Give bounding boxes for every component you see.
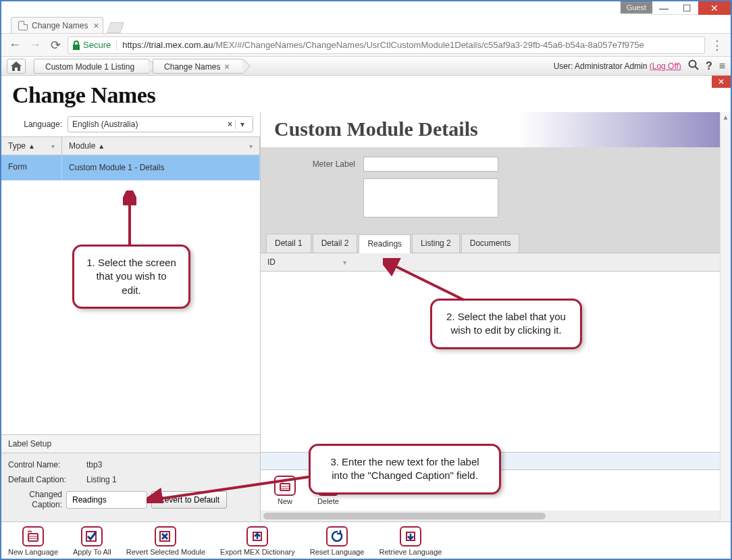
bottom-action-bar: New Language Apply To All Revert Selecte… [1,521,731,559]
column-type[interactable]: Type ▲▾ [1,137,62,155]
label-setup-title: Label Setup [1,435,260,453]
secure-indicator: Secure [72,40,111,50]
home-button[interactable] [7,59,26,74]
detail-tab[interactable]: Detail 1 [266,234,311,253]
apply-icon [81,526,103,546]
sort-asc-icon: ▲ [98,143,105,150]
new-tab-button[interactable] [107,22,124,33]
forward-button[interactable]: → [27,37,43,53]
page-title: Change Names [12,82,720,108]
meter-label-input[interactable] [363,157,498,172]
language-value: English (Australia) [72,120,138,129]
module-row-selected[interactable]: Form Custom Module 1 - Details [1,155,260,180]
url-path: /MEX/#/ChangeNames/ChangeNames/UsrCtlCus… [213,40,644,50]
chevron-down-icon[interactable]: ▾ [235,120,249,129]
revert-icon [155,526,176,546]
cell-module: Custom Module 1 - Details [62,155,260,180]
changed-caption-label: Changed Caption: [8,490,62,509]
detail-tab[interactable]: Readings [359,234,411,253]
browser-tab-title: Change Names [32,21,88,30]
reload-button[interactable]: ⟳ [47,37,63,53]
description-input[interactable] [363,178,498,218]
default-caption-value: Listing 1 [86,475,117,484]
address-bar: ← → ⟳ Secure https://trial.mex.com.au/ME… [1,34,731,57]
guest-badge: Guest [621,1,652,14]
callout-3: 3. Enter the new text for the label into… [309,444,501,494]
callout-1: 1. Select the screen that you wish to ed… [72,245,190,309]
reset-language-button[interactable]: Reset Language [310,526,365,556]
new-row-button[interactable]: New [270,476,300,505]
help-icon[interactable]: ? [706,60,712,72]
export-icon [246,526,268,546]
url-host: https://trial.mex.com.au [122,40,213,50]
detail-tab[interactable]: Detail 2 [313,234,358,253]
new-language-button[interactable]: New Language [8,526,58,556]
close-icon[interactable]: × [224,62,229,72]
changed-caption-input[interactable] [66,491,147,509]
search-icon[interactable] [688,59,699,73]
vertical-scrollbar[interactable]: ▲ [720,112,731,521]
breadcrumb-item[interactable]: Custom Module 1 Listing [34,59,149,74]
browser-tab-row: Change Names × [1,15,731,34]
svg-rect-2 [280,484,290,490]
browser-tab[interactable]: Change Names × [11,17,103,33]
cell-type: Form [1,155,62,180]
control-name-label: Control Name: [8,460,82,469]
form-area: Meter Label Desc [261,147,731,234]
tab-close-icon[interactable]: × [93,20,99,31]
new-language-icon [22,526,44,546]
sort-asc-icon: ▲ [28,143,35,150]
omnibox[interactable]: Secure https://trial.mex.com.au/MEX/#/Ch… [68,36,705,54]
label-setup-panel: Label Setup Control Name:tbp3 Default Ca… [1,434,260,521]
chevron-down-icon[interactable]: ▾ [249,143,253,150]
svg-rect-8 [28,534,38,541]
retrieve-language-button[interactable]: Retrieve Language [379,526,442,556]
module-grid-header: Type ▲▾ Module ▲▾ [1,136,260,155]
subgrid-header: ID ▾ [261,253,731,272]
browser-menu-button[interactable]: ⋮ [709,38,725,53]
detail-title: Custom Module Details [274,118,717,141]
control-name-value: tbp3 [86,460,102,469]
logoff-link[interactable]: (Log Off) [650,61,681,71]
panel-close-button[interactable]: ✕ [712,76,731,88]
new-icon [274,476,296,496]
export-dictionary-button[interactable]: Export MEX Dictionary [220,526,295,556]
retrieve-icon [400,526,421,546]
revert-to-default-button[interactable]: Revert to Default [151,491,227,509]
apply-to-all-button[interactable]: Apply To All [73,526,111,556]
minimize-button[interactable]: — [652,1,675,15]
detail-tab[interactable]: Listing 2 [412,234,460,253]
breadcrumb-item[interactable]: Change Names× [153,59,243,74]
language-label: Language: [8,120,62,129]
reset-icon [326,526,348,546]
clear-icon[interactable]: × [225,120,235,129]
maximize-button[interactable]: ☐ [675,1,698,15]
column-module[interactable]: Module ▲▾ [62,137,260,155]
hamburger-icon[interactable]: ≡ [719,60,725,72]
detail-tab[interactable]: Documents [461,234,520,253]
revert-module-button[interactable]: Revert Selected Module [126,526,205,556]
meter-label-label: Meter Label [301,157,355,169]
chevron-down-icon[interactable]: ▾ [343,259,346,266]
svg-point-0 [689,60,696,67]
language-select[interactable]: English (Australia) × ▾ [68,116,253,132]
chevron-down-icon[interactable]: ▾ [51,143,55,150]
svg-line-1 [695,66,698,70]
callout-2: 2. Select the label that you wish to edi… [430,299,582,349]
app-toolbar: Custom Module 1 Listing Change Names× Us… [1,57,731,76]
window-close-button[interactable]: ✕ [698,1,731,15]
default-caption-label: Default Caption: [8,475,82,484]
back-button[interactable]: ← [7,37,23,53]
horizontal-scrollbar[interactable] [261,511,731,521]
detail-tabs: Detail 1Detail 2ReadingsListing 2Documen… [261,234,731,253]
page-icon [18,21,28,30]
user-label: User: Administrator Admin (Log Off) [554,61,681,71]
lock-icon [72,41,80,50]
subgrid-col-id[interactable]: ID [267,257,276,267]
